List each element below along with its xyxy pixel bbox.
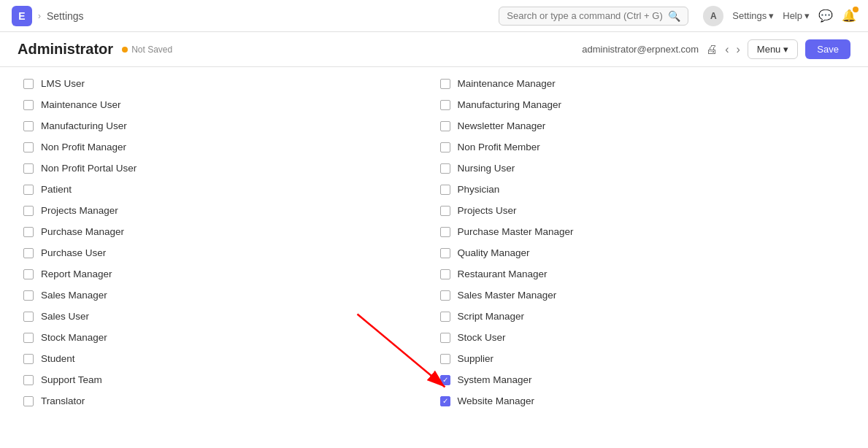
role-label: Report Manager (41, 269, 112, 279)
menu-button[interactable]: Menu ▾ (748, 39, 799, 59)
role-checkbox[interactable] (440, 396, 450, 406)
prev-icon[interactable]: ‹ (725, 43, 729, 56)
role-checkbox[interactable] (23, 269, 34, 279)
user-email: administrator@erpnext.com (582, 44, 699, 55)
list-item: Projects User (434, 200, 851, 221)
list-item: Patient (18, 179, 434, 200)
list-item: Student (18, 348, 434, 369)
role-checkbox[interactable] (23, 333, 34, 343)
role-label: Translator (41, 395, 85, 406)
list-item: Support Team (18, 369, 434, 390)
notification-bell[interactable]: 🔔 (842, 9, 856, 23)
role-label: Website Manager (458, 395, 535, 406)
list-item: Translator (18, 390, 434, 412)
list-item: Maintenance User (18, 94, 434, 115)
list-item: Supplier (434, 348, 851, 369)
role-label: Manufacturing Manager (458, 99, 562, 110)
role-label: Non Profit Manager (41, 142, 126, 152)
role-checkbox[interactable] (440, 375, 450, 385)
role-checkbox[interactable] (440, 248, 450, 258)
role-label: Manufacturing User (41, 120, 127, 131)
role-label: Sales Manager (41, 290, 107, 301)
role-checkbox[interactable] (23, 354, 34, 364)
list-item: Purchase Master Manager (434, 221, 851, 242)
role-checkbox[interactable] (440, 269, 450, 279)
role-label: Non Profit Portal User (41, 163, 137, 174)
role-label: Stock Manager (41, 332, 107, 343)
role-label: Physician (458, 184, 500, 195)
role-checkbox[interactable] (23, 227, 34, 237)
role-label: Supplier (458, 353, 494, 364)
help-button[interactable]: Help ▾ (783, 10, 810, 21)
role-checkbox[interactable] (440, 79, 450, 89)
role-label: Nursing User (458, 163, 515, 174)
role-label: Newsletter Manager (458, 120, 546, 131)
role-checkbox[interactable] (23, 396, 34, 406)
list-item: Maintenance Manager (434, 73, 851, 94)
settings-button[interactable]: Settings ▾ (732, 10, 774, 21)
role-checkbox[interactable] (23, 163, 34, 174)
save-button[interactable]: Save (805, 39, 850, 59)
role-checkbox[interactable] (23, 375, 34, 385)
list-item: Non Profit Portal User (18, 158, 434, 179)
app-logo: E (12, 6, 32, 26)
role-checkbox[interactable] (440, 227, 450, 237)
role-checkbox[interactable] (440, 290, 450, 301)
menu-chevron-icon: ▾ (783, 44, 788, 55)
role-checkbox[interactable] (23, 100, 34, 110)
list-item: Sales Master Manager (434, 285, 851, 306)
search-icon: 🔍 (668, 10, 680, 22)
role-checkbox[interactable] (23, 312, 34, 322)
list-item: Manufacturing Manager (434, 94, 851, 115)
list-item: Projects Manager (18, 200, 434, 221)
main-content: LMS UserMaintenance ManagerMaintenance U… (0, 67, 868, 448)
role-checkbox[interactable] (440, 354, 450, 364)
role-checkbox[interactable] (23, 185, 34, 195)
role-checkbox[interactable] (440, 100, 450, 110)
list-item: LMS User (18, 73, 434, 94)
list-item: Sales User (18, 306, 434, 327)
role-checkbox[interactable] (23, 206, 34, 216)
role-label: Stock User (458, 332, 506, 343)
role-checkbox[interactable] (23, 121, 34, 131)
list-item: Non Profit Manager (18, 136, 434, 158)
role-checkbox[interactable] (23, 79, 34, 89)
role-label: Sales User (41, 311, 89, 322)
avatar: A (703, 6, 723, 26)
role-checkbox[interactable] (23, 248, 34, 258)
list-item: Non Profit Member (434, 136, 851, 158)
role-checkbox[interactable] (440, 206, 450, 216)
header-right: administrator@erpnext.com 🖨 ‹ › Menu ▾ S… (582, 39, 850, 59)
role-label: System Manager (458, 374, 532, 385)
navbar-right: A Settings ▾ Help ▾ 💬 🔔 (703, 6, 856, 26)
role-checkbox[interactable] (440, 121, 450, 131)
role-label: Quality Manager (458, 247, 530, 258)
print-icon[interactable]: 🖨 (706, 43, 718, 56)
navbar: E › Settings 🔍 A Settings ▾ Help ▾ 💬 🔔 (0, 0, 868, 32)
role-checkbox[interactable] (440, 163, 450, 174)
role-checkbox[interactable] (440, 185, 450, 195)
roles-grid: LMS UserMaintenance ManagerMaintenance U… (0, 67, 868, 429)
search-input[interactable] (507, 10, 664, 21)
settings-chevron-icon: ▾ (769, 10, 774, 21)
role-checkbox[interactable] (23, 142, 34, 152)
role-checkbox[interactable] (440, 312, 450, 322)
role-label: Sales Master Manager (458, 290, 557, 301)
role-label: Purchase User (41, 247, 106, 258)
chat-icon[interactable]: 💬 (818, 9, 833, 23)
next-icon[interactable]: › (737, 43, 740, 56)
list-item: Nursing User (434, 158, 851, 179)
role-checkbox[interactable] (440, 142, 450, 152)
role-label: Purchase Master Manager (458, 226, 574, 237)
list-item: Website Manager (434, 390, 851, 412)
page-title: Administrator (18, 41, 113, 58)
role-label: Maintenance User (41, 99, 121, 110)
role-checkbox[interactable] (440, 333, 450, 343)
header-bar: Administrator Not Saved administrator@er… (0, 32, 868, 67)
search-bar[interactable]: 🔍 (499, 7, 688, 26)
role-label: Maintenance Manager (458, 78, 556, 89)
role-checkbox[interactable] (23, 290, 34, 301)
list-item: Newsletter Manager (434, 115, 851, 136)
breadcrumb-separator: › (38, 11, 41, 21)
list-item: Purchase User (18, 242, 434, 263)
